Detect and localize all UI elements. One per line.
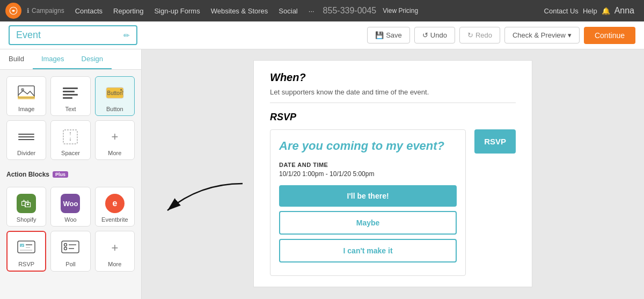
block-text[interactable]: Text [50,76,90,116]
block-text-label: Text [65,106,76,112]
woo-icon: Woo [61,194,80,213]
top-nav: ℹ Campaigns Contacts Reporting Sign-up F… [0,0,644,21]
undo-icon: ↺ [422,31,428,39]
block-action-more-label: More [108,261,121,267]
block-button[interactable]: Button↖ Button [95,76,135,116]
action-blocks-section: Action Blocks Plus [0,166,141,180]
email-when-section: When? Let supporters know the date and t… [254,61,532,287]
logo[interactable] [5,3,21,19]
block-button-label: Button [106,106,123,112]
svg-rect-1 [18,86,34,98]
eventbrite-icon: e [105,194,125,213]
nav-social[interactable]: ··· [304,7,319,15]
block-spacer[interactable]: ↑↓ Spacer [50,120,90,160]
block-grid: Image Text Button↖ But [0,70,141,166]
sidebar-tabs: Build Images Design [0,49,141,70]
nav-reporting[interactable]: Sign-up Forms [150,7,204,15]
block-more-label: More [108,150,121,156]
button-icon: Button↖ [105,83,125,103]
email-divider [270,103,516,103]
email-canvas: When? Let supporters know the date and t… [253,60,532,287]
block-eventbrite[interactable]: e Eventbrite [95,187,135,227]
block-poll[interactable]: Poll [50,231,90,272]
event-date-value: 10/1/20 1:00pm - 10/1/20 5:00pm [279,170,457,178]
undo-button[interactable]: ↺ Undo [414,27,455,43]
block-rsvp-label: RSVP [18,261,34,267]
title-input[interactable]: Event ✏ [9,25,137,45]
save-icon: 💾 [375,31,384,39]
nav-bell-icon[interactable]: Anna [614,6,634,16]
svg-point-18 [64,247,67,250]
svg-text:↓: ↓ [69,136,72,142]
block-spacer-label: Spacer [61,150,80,156]
block-woo-label: Woo [64,216,76,223]
block-image[interactable]: Image [6,76,46,116]
covid-nav-item[interactable]: ℹ Campaigns [27,7,64,14]
svg-point-17 [64,244,67,246]
block-divider-label: Divider [17,150,35,156]
nav-websites-stores[interactable]: Social [274,7,302,15]
rsvp-area: Are you coming to my event? DATE AND TIM… [270,129,516,276]
edit-title-icon[interactable]: ✏ [123,31,130,40]
redo-icon: ↻ [467,31,473,39]
plus-badge: Plus [53,171,68,178]
rsvp-card: Are you coming to my event? DATE AND TIM… [270,129,466,276]
block-rsvp[interactable]: ✓ RSVP [6,231,46,272]
text-icon [61,83,80,103]
tab-build[interactable]: Build [0,49,33,69]
action-more-icon: + [105,238,125,258]
nav-view-pricing[interactable]: Contact Us [544,7,579,15]
email-when-heading: When? [270,71,516,84]
image-icon [17,83,36,103]
block-poll-label: Poll [65,261,75,267]
email-rsvp-title: RSVP [270,112,516,123]
svg-rect-16 [62,241,79,253]
block-shopify[interactable]: 🛍 Shopify [6,187,46,227]
divider-icon [17,127,36,147]
nav-contact-us[interactable]: Help [583,7,597,15]
nav-phone: View Pricing [383,7,418,14]
block-eventbrite-label: Eventbrite [101,216,128,223]
tab-design[interactable]: Design [73,49,112,69]
title-text: Event [16,30,41,41]
poll-icon [61,238,80,258]
ill-be-there-button[interactable]: I'll be there! [279,185,457,207]
toolbar-actions: 💾 Save ↺ Undo ↻ Redo Check & Preview ▾ C… [367,27,635,44]
maybe-button[interactable]: Maybe [279,211,457,235]
more-icon: + [105,127,125,147]
spacer-icon: ↑↓ [61,127,80,147]
svg-text:↖: ↖ [120,87,124,93]
rsvp-icon: ✓ [17,238,36,258]
event-date-label: DATE AND TIME [279,162,457,168]
main-layout: Build Images Design Image [0,49,644,299]
nav-more-dots[interactable]: 855-339-0045 [321,6,379,16]
shopify-icon: 🛍 [17,194,36,213]
block-image-label: Image [18,106,35,112]
redo-button[interactable]: ↻ Redo [459,27,500,43]
nav-campaigns[interactable]: Contacts [71,7,107,15]
nav-right: Contact Us Help 🔔 Anna [544,6,639,16]
block-more[interactable]: + More [95,120,135,160]
cant-make-button[interactable]: I can't make it [279,239,457,262]
event-question: Are you coming to my event? [279,138,457,154]
check-preview-button[interactable]: Check & Preview ▾ [504,27,580,43]
block-action-more[interactable]: + More [95,231,135,272]
save-button[interactable]: 💾 Save [367,27,410,43]
tab-images[interactable]: Images [33,49,73,69]
block-woo[interactable]: Woo Woo [50,187,90,227]
rsvp-button[interactable]: RSVP [474,129,516,154]
sidebar: Build Images Design Image [0,49,142,299]
continue-button[interactable]: Continue [584,27,635,44]
nav-contacts[interactable]: Reporting [109,7,148,15]
svg-rect-3 [18,96,35,99]
content-area: When? Let supporters know the date and t… [142,49,644,299]
chevron-down-icon: ▾ [568,31,572,39]
block-divider[interactable]: Divider [6,120,46,160]
action-grid: 🛍 Shopify Woo Woo e Eventbrite [0,180,141,278]
toolbar: Event ✏ 💾 Save ↺ Undo ↻ Redo Check & Pre… [0,21,644,49]
block-shopify-label: Shopify [17,216,36,223]
nav-help[interactable]: 🔔 [602,7,610,15]
svg-rect-10 [18,241,35,253]
nav-signup-forms[interactable]: Websites & Stores [207,7,273,15]
email-when-desc: Let supporters know the date and time of… [270,88,516,96]
